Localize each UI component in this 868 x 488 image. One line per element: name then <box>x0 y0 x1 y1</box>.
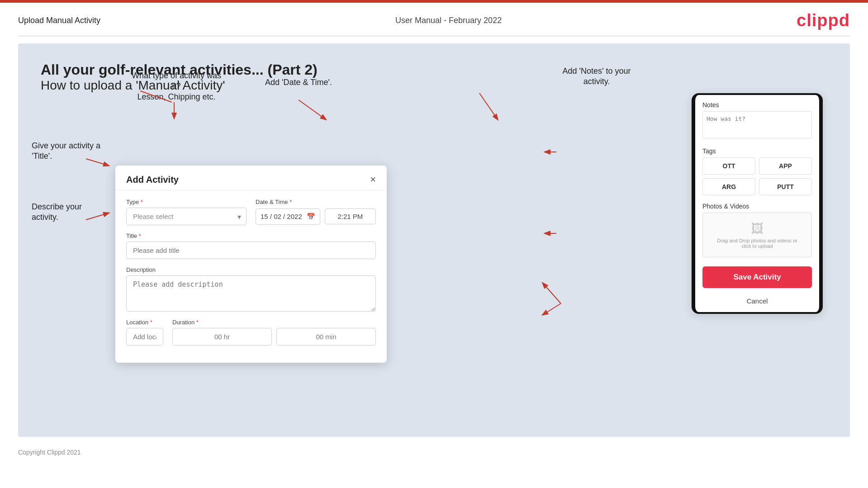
datetime-row: 15 / 02 / 2022 📅 2:21 PM <box>256 208 376 225</box>
mobile-panel: Notes Tags OTT APP ARG PUTT Photos & Vid… <box>692 93 823 314</box>
duration-min-input[interactable] <box>276 328 376 346</box>
photo-icon: 🖼 <box>707 221 807 236</box>
notes-label: Notes <box>702 101 812 109</box>
duration-row <box>172 328 376 346</box>
description-textarea[interactable] <box>126 275 376 312</box>
tags-grid: OTT APP ARG PUTT <box>702 157 812 195</box>
location-group: Location * <box>126 319 163 346</box>
type-select[interactable]: Please select <box>126 208 247 225</box>
date-input[interactable]: 15 / 02 / 2022 📅 <box>256 208 320 225</box>
cancel-link[interactable]: Cancel <box>695 294 819 308</box>
title-input[interactable] <box>126 242 376 259</box>
logo: clippd <box>797 11 850 30</box>
duration-label: Duration * <box>172 319 376 326</box>
calendar-icon: 📅 <box>307 213 315 221</box>
manual-title: User Manual - February 2022 <box>395 16 502 25</box>
type-label: Type * <box>126 199 247 205</box>
save-activity-button[interactable]: Save Activity <box>702 266 812 288</box>
modal-body: Type * Please select ▾ Date & Time * <box>115 190 387 363</box>
location-label: Location * <box>126 319 163 326</box>
datetime-label: Date & Time * <box>256 199 376 205</box>
modal-title: Add Activity <box>126 175 179 185</box>
description-label: Description <box>126 266 376 273</box>
modal-close-button[interactable]: × <box>370 174 376 185</box>
photo-drop-text: Drag and Drop photos and videos or click… <box>707 238 807 249</box>
photos-label: Photos & Videos <box>702 203 812 210</box>
svg-line-7 <box>479 93 498 119</box>
time-input[interactable]: 2:21 PM <box>325 208 376 224</box>
notes-textarea[interactable] <box>702 111 812 138</box>
footer: Copyright Clippd 2021 <box>0 444 868 460</box>
notes-section: Notes <box>695 95 819 144</box>
annotation-activity-type: What type of activity was it? Lesson, Ch… <box>127 71 226 102</box>
title-label: Title * <box>126 232 376 239</box>
svg-line-2 <box>299 100 326 119</box>
photo-drop-zone[interactable]: 🖼 Drag and Drop photos and videos or cli… <box>702 213 812 257</box>
annotation-title: Give your activity a 'Title'. <box>32 141 104 162</box>
tag-ott[interactable]: OTT <box>702 157 755 175</box>
annotation-notes: Add 'Notes' to your activity. <box>547 66 646 87</box>
copyright: Copyright Clippd 2021 <box>18 449 81 456</box>
annotation-date-time: Add 'Date & Time'. <box>262 77 335 88</box>
tags-section: Tags OTT APP ARG PUTT <box>695 144 819 199</box>
tag-putt[interactable]: PUTT <box>759 178 812 195</box>
annotation-describe: Describe your activity. <box>32 202 104 223</box>
duration-group: Duration * <box>172 319 376 346</box>
svg-line-10 <box>543 283 561 303</box>
location-duration-row: Location * Duration * <box>126 319 376 346</box>
duration-hr-input[interactable] <box>172 328 272 346</box>
tags-label: Tags <box>702 147 812 155</box>
page-header-title: Upload Manual Activity <box>18 16 100 25</box>
modal-header: Add Activity × <box>115 166 387 190</box>
photos-section: Photos & Videos 🖼 Drag and Drop photos a… <box>695 199 819 261</box>
description-group: Description <box>126 266 376 312</box>
type-datetime-row: Type * Please select ▾ Date & Time * <box>126 199 376 225</box>
add-activity-modal: Add Activity × Type * Please select ▾ <box>115 166 387 363</box>
tag-app[interactable]: APP <box>759 157 812 175</box>
datetime-group: Date & Time * 15 / 02 / 2022 📅 2:21 PM <box>256 199 376 225</box>
svg-line-11 <box>543 303 561 315</box>
date-value: 15 / 02 / 2022 <box>261 213 302 220</box>
type-group: Type * Please select ▾ <box>126 199 247 225</box>
main-content: All your golf-relevant activities... (Pa… <box>18 43 850 437</box>
header: Upload Manual Activity User Manual - Feb… <box>0 3 868 36</box>
tag-arg[interactable]: ARG <box>702 178 755 195</box>
title-group: Title * <box>126 232 376 259</box>
location-input[interactable] <box>126 328 163 346</box>
header-divider <box>18 36 850 36</box>
type-select-wrapper: Please select ▾ <box>126 208 247 225</box>
